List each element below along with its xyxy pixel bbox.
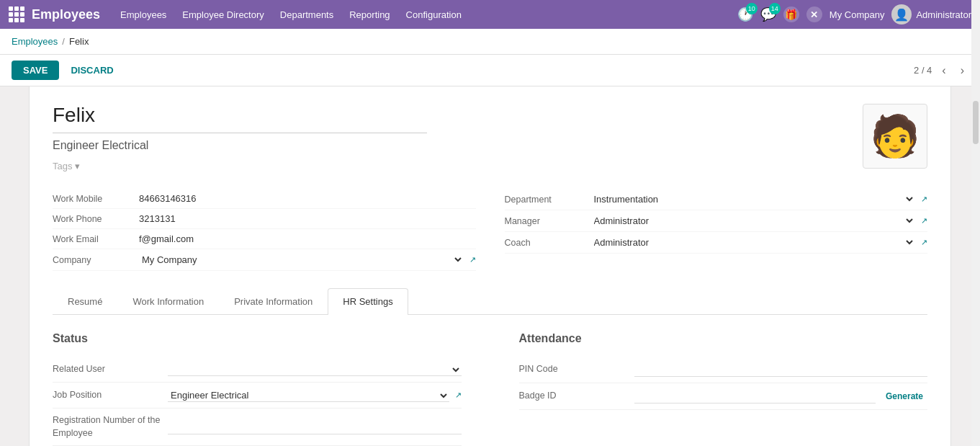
badge-id-input[interactable] — [634, 389, 876, 403]
department-label: Department — [505, 195, 591, 205]
company-name[interactable]: My Company — [830, 9, 885, 20]
employee-info: Felix Engineer Electrical Tags ▾ — [53, 104, 863, 171]
gift-icon[interactable]: 🎁 — [783, 6, 799, 22]
action-bar: SAVE DISCARD 2 / 4 ‹ › — [0, 55, 980, 86]
tab-work-information[interactable]: Work Information — [117, 288, 219, 314]
work-email-value[interactable] — [139, 233, 476, 244]
badge-id-row: Badge ID Generate — [519, 383, 928, 410]
menu-reporting[interactable]: Reporting — [343, 6, 395, 23]
tags-placeholder: Tags — [53, 161, 72, 171]
generate-badge-button[interactable]: Generate — [881, 390, 927, 403]
hr-settings-content: Status Related User Job Position — [53, 315, 927, 446]
registration-number-value[interactable] — [168, 420, 462, 434]
work-phone-label: Work Phone — [53, 214, 139, 224]
work-phone-value[interactable] — [139, 213, 476, 224]
registration-number-label: Registration Number of the Employee — [53, 414, 168, 440]
related-user-value[interactable] — [168, 363, 462, 376]
company-value[interactable]: My Company ↗ — [139, 254, 476, 266]
job-position-ext-link[interactable]: ↗ — [455, 391, 462, 400]
discard-button[interactable]: DISCARD — [65, 61, 119, 80]
company-select[interactable]: My Company — [139, 254, 464, 266]
badge-id-value[interactable]: Generate — [634, 389, 928, 403]
tab-private-information[interactable]: Private Information — [219, 288, 328, 314]
manager-row: Manager Administrator ↗ — [505, 210, 928, 232]
breadcrumb: Employees / Felix — [0, 29, 980, 55]
employee-avatar-emoji: 🧑 — [870, 112, 920, 160]
related-user-select[interactable] — [168, 363, 462, 376]
apps-grid-icon[interactable] — [9, 6, 24, 22]
main-content: Felix Engineer Electrical Tags ▾ 🧑 Work … — [0, 86, 980, 446]
pin-code-input[interactable] — [634, 362, 928, 377]
employee-fields: Work Mobile Work Phone Work Email — [53, 189, 927, 271]
work-mobile-row: Work Mobile — [53, 189, 476, 209]
registration-number-input[interactable] — [168, 420, 462, 434]
department-select[interactable]: Instrumentation — [591, 193, 916, 205]
company-row: Company My Company ↗ — [53, 249, 476, 271]
department-value[interactable]: Instrumentation ↗ — [591, 193, 928, 205]
scrollbar-thumb[interactable] — [973, 101, 979, 144]
manager-ext-link[interactable]: ↗ — [921, 216, 927, 226]
attendance-title: Attendance — [519, 332, 928, 345]
fields-left: Work Mobile Work Phone Work Email — [53, 189, 476, 271]
work-email-input[interactable] — [139, 233, 476, 244]
tab-hr-settings[interactable]: HR Settings — [328, 288, 408, 315]
work-mobile-input[interactable] — [139, 193, 476, 204]
coach-ext-link[interactable]: ↗ — [921, 238, 927, 247]
menu-employees[interactable]: Employees — [114, 6, 172, 23]
manager-label: Manager — [505, 216, 591, 226]
save-button[interactable]: SAVE — [12, 61, 59, 80]
employee-job-title: Engineer Electrical — [53, 139, 863, 152]
company-label: Company — [53, 255, 139, 265]
activity-icon[interactable]: 🕐 10 — [737, 6, 753, 22]
company-ext-link[interactable]: ↗ — [469, 255, 476, 264]
employee-card: Felix Engineer Electrical Tags ▾ 🧑 Work … — [29, 86, 951, 446]
user-menu[interactable]: 👤 Administrator — [891, 4, 971, 24]
work-email-label: Work Email — [53, 234, 139, 244]
next-record-button[interactable]: › — [956, 63, 968, 79]
menu-departments[interactable]: Departments — [274, 6, 339, 23]
menu-configuration[interactable]: Configuration — [400, 6, 467, 23]
pin-code-row: PIN Code — [519, 357, 928, 383]
department-ext-link[interactable]: ↗ — [921, 195, 927, 204]
status-title: Status — [53, 332, 462, 345]
related-user-row: Related User — [53, 357, 462, 383]
breadcrumb-current: Felix — [69, 36, 89, 47]
pagination-info: 2 / 4 — [914, 65, 932, 76]
work-mobile-value[interactable] — [139, 193, 476, 204]
job-position-row: Job Position Engineer Electrical ↗ — [53, 383, 462, 409]
manager-value[interactable]: Administrator ↗ — [591, 215, 928, 227]
chat-icon[interactable]: 💬 14 — [760, 6, 776, 22]
app-name: Employees — [32, 7, 100, 22]
tags-field[interactable]: Tags ▾ — [53, 161, 863, 171]
coach-label: Coach — [505, 238, 591, 248]
coach-value[interactable]: Administrator ↗ — [591, 236, 928, 249]
coach-select[interactable]: Administrator — [591, 236, 916, 249]
avatar: 👤 — [891, 4, 912, 24]
badge-id-label: Badge ID — [519, 390, 634, 403]
department-row: Department Instrumentation ↗ — [505, 189, 928, 210]
work-phone-row: Work Phone — [53, 209, 476, 229]
job-position-select[interactable]: Engineer Electrical — [168, 389, 449, 402]
job-position-value[interactable]: Engineer Electrical ↗ — [168, 389, 462, 402]
top-navigation: Employees Employees Employee Directory D… — [0, 0, 980, 29]
breadcrumb-parent[interactable]: Employees — [12, 36, 58, 47]
scrollbar[interactable] — [971, 0, 980, 446]
menu-employee-directory[interactable]: Employee Directory — [176, 6, 269, 23]
topnav-right: 🕐 10 💬 14 🎁 ✕ My Company 👤 Administrator — [737, 4, 971, 24]
pin-code-value[interactable] — [634, 362, 928, 377]
employee-name[interactable]: Felix — [53, 104, 427, 133]
work-mobile-label: Work Mobile — [53, 194, 139, 204]
pagination: 2 / 4 ‹ › — [914, 63, 968, 79]
related-user-label: Related User — [53, 363, 168, 376]
prev-record-button[interactable]: ‹ — [938, 63, 950, 79]
work-phone-input[interactable] — [139, 213, 476, 224]
tags-dropdown-arrow[interactable]: ▾ — [75, 161, 80, 171]
employee-photo[interactable]: 🧑 — [863, 104, 927, 169]
app-logo[interactable]: Employees — [9, 6, 100, 22]
employee-header: Felix Engineer Electrical Tags ▾ 🧑 — [53, 104, 927, 171]
close-icon[interactable]: ✕ — [806, 6, 822, 22]
tab-resume[interactable]: Resumé — [53, 288, 117, 314]
fields-right: Department Instrumentation ↗ Manager Adm… — [505, 189, 928, 271]
main-menu: Employees Employee Directory Departments… — [114, 6, 723, 23]
manager-select[interactable]: Administrator — [591, 215, 916, 227]
